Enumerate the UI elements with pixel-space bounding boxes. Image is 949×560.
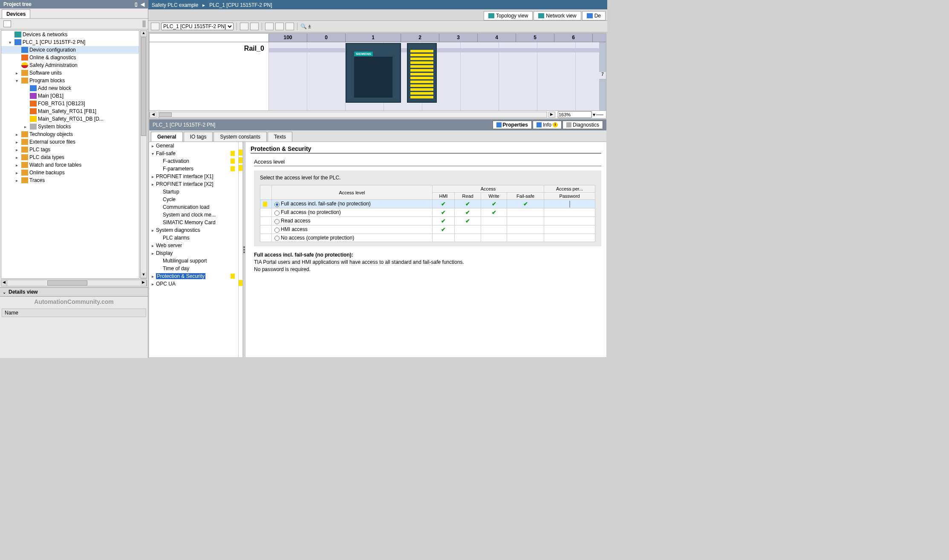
zoom-slider[interactable]: ── [596,112,603,118]
toolbar-btn-4[interactable] [265,23,274,30]
nav-item[interactable]: SIMATIC Memory Card [149,219,238,226]
io-module[interactable] [407,43,437,103]
breadcrumb-a[interactable]: Safety PLC example [152,2,198,8]
rack-bg[interactable]: SIEMENS 7 [269,42,606,110]
scroll-right-icon[interactable]: ▶ [141,280,147,286]
subtab-iotags[interactable]: IO tags [184,132,213,141]
nav-item[interactable]: ▸PROFINET interface [X2] [149,180,238,188]
tree-item[interactable]: Device configuration [1,46,139,54]
tree-item[interactable]: ▸System blocks [1,123,139,130]
tree-item[interactable]: Online & diagnostics [1,54,139,61]
pin-icon[interactable]: ▯ [135,1,138,7]
tree-item[interactable]: ▸Technology objects [1,130,139,138]
subtab-general[interactable]: General [151,132,183,141]
device-canvas[interactable]: 100 0 1 2 3 4 5 6 Rail_0 SIEMENS [149,33,606,118]
nav-item[interactable]: F-parameters [149,165,238,173]
radio[interactable] [274,211,280,216]
radio[interactable] [274,219,280,224]
canvas-right-icon[interactable]: ▶ [548,112,555,118]
access-row[interactable]: Read access✔✔ [260,217,595,225]
radio[interactable] [274,202,280,207]
scroll-left-icon[interactable]: ◀ [1,280,7,286]
toolbar-btn-6[interactable] [286,23,294,30]
item-label: PLC data types [29,154,64,160]
password-button[interactable] [569,201,570,208]
tab-device[interactable]: De [582,11,606,20]
tree-item[interactable]: ▸Traces [1,176,139,184]
breadcrumb-b[interactable]: PLC_1 [CPU 1515TF-2 PN] [209,2,272,8]
tree-hscroll[interactable]: ◀ ▶ [1,280,147,286]
tree-item[interactable]: ▸External source files [1,138,139,146]
canvas-left-icon[interactable]: ◀ [150,112,156,118]
nav-item[interactable]: ▸Protection & Security [149,272,238,280]
toolbar-btn-1[interactable] [151,23,159,30]
caret-icon: ▾ [9,40,13,45]
tree-item[interactable]: ▸Watch and force tables [1,161,139,169]
tree-item[interactable]: ▾PLC_1 [CPU 1515TF-2 PN] [1,38,139,46]
tree-item[interactable]: Safety Administration [1,61,139,69]
tree-item[interactable]: FOB_RTG1 [OB123] [1,100,139,107]
access-row[interactable]: Full access (no protection)✔✔✔ [260,208,595,217]
tree-vscroll[interactable]: ▲ ▼ [140,30,147,279]
tab-properties[interactable]: Properties [493,121,532,129]
nav-item[interactable]: Time of day [149,265,238,272]
tree-item[interactable]: Main_Safety_RTG1 [FB1] [1,107,139,115]
device-select[interactable]: PLC_1 [CPU 1515TF-2 PN] [161,23,234,30]
canvas-thumb[interactable] [159,113,172,117]
tree-item[interactable]: Add new block [1,84,139,92]
toolbar-btn-2[interactable] [240,23,248,30]
nav-item[interactable]: ▸OPC UA [149,280,238,288]
tree-item[interactable]: ▸Software units [1,69,139,77]
zoom-dropdown-icon[interactable]: ▾ [593,112,595,118]
tree-item[interactable]: ▸PLC tags [1,146,139,153]
project-tree[interactable]: Devices & networks▾PLC_1 [CPU 1515TF-2 P… [1,30,139,279]
tree-item[interactable]: ▸PLC data types [1,153,139,161]
nav-item[interactable]: Multilingual support [149,257,238,265]
tree-item[interactable]: Devices & networks [1,31,139,38]
access-row[interactable]: No access (complete protection) [260,234,595,242]
tree-item[interactable]: Main [OB1] [1,92,139,100]
nav-item[interactable]: Startup [149,188,238,196]
tab-diagnostics[interactable]: Diagnostics [562,121,603,129]
access-row[interactable]: Full access incl. fail-safe (no protecti… [260,200,595,208]
tree-item[interactable]: ▾Program blocks [1,77,139,84]
tree-item[interactable]: Main_Safety_RTG1_DB [D... [1,115,139,123]
radio[interactable] [274,228,280,233]
subtab-texts[interactable]: Texts [268,132,292,141]
nav-item[interactable]: System and clock me... [149,211,238,219]
nav-item[interactable]: ▸General [149,142,238,150]
tab-info[interactable]: Info i [533,121,562,129]
tab-network[interactable]: Network view [534,11,581,20]
subtab-sysconst[interactable]: System constants [213,132,267,141]
nav-item[interactable]: ▸System diagnostics [149,226,238,234]
nav-item[interactable]: F-activation [149,157,238,165]
tree-tool-2[interactable] [143,20,144,27]
scroll-up-icon[interactable]: ▲ [141,31,147,37]
tree-item[interactable]: ▸Online backups [1,169,139,176]
tab-topology[interactable]: Topology view [484,11,533,20]
details-view-header[interactable]: ⌄ Details view [0,287,148,297]
h-thumb[interactable] [47,280,87,286]
nav-item[interactable]: ▸Web server [149,242,238,249]
nav-item[interactable]: ▾Fail-safe [149,150,238,157]
scroll-thumb[interactable] [141,37,146,136]
plc-module[interactable]: SIEMENS [346,43,401,103]
tree-tool-3[interactable] [144,20,145,27]
access-row[interactable]: HMI access✔ [260,225,595,234]
radio[interactable] [274,236,280,241]
nav-item[interactable]: Communication load [149,203,238,211]
zoom-input[interactable] [558,111,592,118]
tree-tool-1[interactable] [3,20,11,27]
nav-item[interactable]: ▸Display [149,249,238,257]
tab-devices[interactable]: Devices [2,9,30,18]
collapse-icon[interactable]: ◀ [141,1,144,7]
scroll-down-icon[interactable]: ▼ [141,272,147,278]
nav-item[interactable]: Cycle [149,196,238,203]
toolbar-btn-5[interactable] [275,23,284,30]
nav-item[interactable]: PLC alarms [149,234,238,242]
inspector-nav[interactable]: ▸General▾Fail-safeF-activationF-paramete… [149,142,239,357]
nav-item[interactable]: ▸PROFINET interface [X1] [149,173,238,180]
toolbar-btn-3[interactable] [250,23,259,30]
canvas-hscroll[interactable]: ◀ ▶ ▾ ── [150,110,606,118]
zoom-icon[interactable]: 🔍 ± [300,23,311,29]
